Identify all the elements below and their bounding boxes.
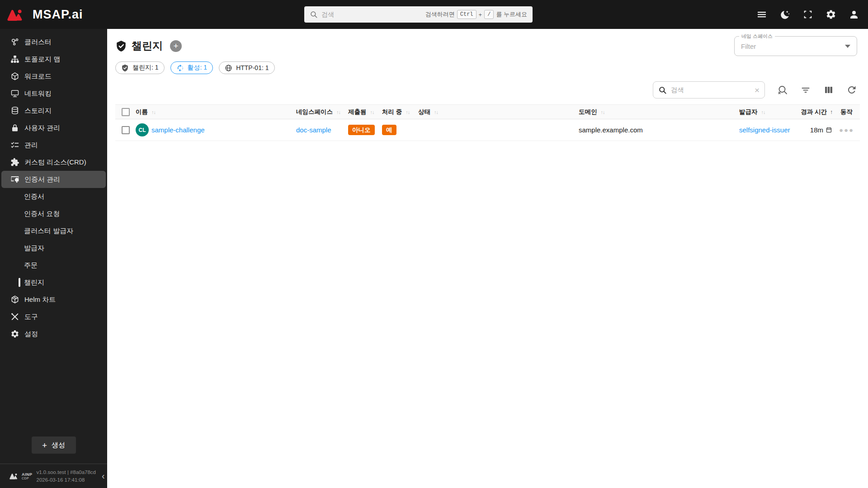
hint-plus: + (479, 11, 482, 18)
sidebar-item-custom-resources[interactable]: 커스텀 리소스(CRD) (0, 154, 107, 171)
sidebar-spacer (0, 343, 107, 436)
certificate-icon (10, 175, 19, 184)
table-header-row: 이름 ↑↓ 네임스페이스 ↑↓ 제출됨 ↑↓ 처리 중 ↑↓ 상태 ↑↓ 도메인… (115, 104, 860, 119)
global-search-input[interactable] (321, 11, 422, 18)
sidebar-subitem-orders[interactable]: 주문 (0, 257, 107, 274)
header-issuer[interactable]: 발급자 ↑↓ (739, 108, 793, 116)
row-checkbox[interactable] (122, 126, 130, 134)
namespace-link[interactable]: doc-sample (296, 126, 331, 134)
header-processing[interactable]: 처리 중 ↑↓ (382, 108, 418, 116)
namespace-filter-select[interactable]: 네임 스페이스 Filter (734, 36, 857, 56)
chip-label: 활성: 1 (188, 64, 208, 72)
main-content: 챌린지 + 네임 스페이스 Filter 챌린지: 1 활성: 1 HTTP-0… (107, 29, 868, 488)
search-icon (658, 86, 667, 94)
advanced-search-icon[interactable] (777, 84, 788, 95)
row-domain-cell: sample.example.com (579, 126, 739, 134)
global-search[interactable]: 검색하려면 Ctrl + / 를 누르세요 (304, 6, 533, 23)
filter-icon[interactable] (800, 84, 811, 95)
account-icon[interactable] (848, 9, 860, 20)
row-processing-cell: 예 (382, 125, 418, 136)
dark-mode-icon[interactable] (779, 9, 791, 20)
sidebar-item-label: 스토리지 (24, 107, 52, 115)
sidebar-item-topology-map[interactable]: 토폴로지 맵 (0, 51, 107, 68)
globe-icon (225, 64, 232, 72)
calendar-icon (826, 127, 832, 133)
gear-icon (10, 329, 19, 338)
issuer-link[interactable]: selfsigned-issuer (739, 126, 790, 134)
sidebar-subitem-issuers[interactable]: 발급자 (0, 239, 107, 257)
namespace-filter-value: Filter (741, 42, 845, 50)
search-shortcut-hint: 검색하려면 Ctrl + / 를 누르세요 (425, 10, 527, 19)
page-title: 챌린지 (132, 39, 163, 53)
header-domain[interactable]: 도메인 ↑↓ (579, 108, 739, 116)
sync-icon (176, 64, 184, 72)
sidebar-item-user-management[interactable]: 사용자 관리 (0, 119, 107, 136)
add-challenge-button[interactable]: + (170, 40, 182, 52)
sidebar-item-label: 사용자 관리 (24, 124, 60, 132)
monitor-icon (10, 89, 19, 98)
sidebar-item-management[interactable]: 관리 (0, 136, 107, 154)
sidebar: 클러스터 토폴로지 맵 워크로드 (0, 29, 107, 488)
processing-badge: 예 (382, 125, 396, 136)
chip-active-count[interactable]: 활성: 1 (170, 61, 213, 74)
sidebar-item-label: 설정 (24, 330, 38, 338)
sidebar-item-helm-charts[interactable]: Helm 차트 (0, 291, 107, 308)
lock-icon (10, 123, 19, 132)
header-presented[interactable]: 제출됨 ↑↓ (348, 108, 382, 116)
clear-search-icon[interactable]: × (755, 86, 760, 94)
create-button[interactable]: + 생성 (32, 436, 76, 454)
sidebar-item-certificate-management[interactable]: 인증서 관리 (1, 171, 106, 188)
challenge-name-link[interactable]: sample-challenge (151, 126, 205, 134)
sidebar-nav: 클러스터 토폴로지 맵 워크로드 (0, 29, 107, 343)
fullscreen-icon[interactable] (802, 9, 814, 20)
columns-icon[interactable] (823, 84, 834, 95)
header-namespace[interactable]: 네임스페이스 ↑↓ (296, 108, 348, 116)
database-icon (10, 106, 19, 115)
app-logo[interactable]: MSAP.ai (0, 7, 107, 22)
sidebar-item-settings[interactable]: 설정 (0, 325, 107, 343)
sidebar-footer: AINP CDP v1.0.soo.test | #8a0a78cd 2026-… (0, 464, 107, 488)
footer-brand-icon (9, 472, 20, 480)
header-state[interactable]: 상태 ↑↓ (418, 108, 579, 116)
settings-gear-icon[interactable] (825, 9, 837, 20)
sidebar-item-label: 토폴로지 맵 (24, 55, 60, 64)
challenges-table: 이름 ↑↓ 네임스페이스 ↑↓ 제출됨 ↑↓ 처리 중 ↑↓ 상태 ↑↓ 도메인… (115, 104, 860, 141)
sidebar-subitem-label: 인증서 요청 (24, 210, 60, 218)
footer-version: v1.0.soo.test | #8a0a78cd (37, 469, 96, 476)
sidebar-item-tools[interactable]: 도구 (0, 308, 107, 325)
sidebar-item-storage[interactable]: 스토리지 (0, 102, 107, 119)
footer-brand-line2: CDP (22, 477, 33, 480)
sidebar-item-label: 네트워킹 (24, 89, 52, 98)
select-all-checkbox[interactable] (122, 108, 130, 116)
sidebar-subitem-cluster-issuers[interactable]: 클러스터 발급자 (0, 222, 107, 239)
header-label: 처리 중 (382, 108, 402, 116)
chip-http01-count[interactable]: HTTP-01: 1 (219, 61, 274, 74)
sidebar-item-workloads[interactable]: 워크로드 (0, 68, 107, 85)
table-search[interactable]: × (653, 81, 765, 99)
sidebar-collapse-icon[interactable]: ‹ (100, 471, 107, 481)
menu-icon[interactable] (756, 9, 768, 20)
footer-brand-line1: AINP (22, 473, 33, 477)
table-row: CL sample-challenge doc-sample 아니오 예 sam… (115, 119, 860, 141)
sidebar-subitem-certificates[interactable]: 인증서 (0, 188, 107, 205)
row-name-cell: CL sample-challenge (136, 123, 296, 136)
sidebar-subitem-label: 챌린지 (24, 278, 44, 287)
header-label: 제출됨 (348, 108, 367, 116)
row-select-cell (115, 126, 136, 134)
sidebar-subitem-challenges[interactable]: 챌린지 (0, 274, 107, 291)
chip-challenges-count[interactable]: 챌린지: 1 (115, 61, 165, 74)
chip-label: 챌린지: 1 (132, 64, 159, 72)
table-search-input[interactable] (671, 86, 750, 94)
sidebar-item-label: 관리 (24, 141, 38, 150)
presented-badge: 아니오 (348, 125, 375, 136)
header-label: 발급자 (739, 108, 758, 116)
sidebar-subitem-certificate-requests[interactable]: 인증서 요청 (0, 205, 107, 222)
footer-timestamp: 2026-03-16 17:41:08 (37, 476, 96, 483)
sidebar-item-clusters[interactable]: 클러스터 (0, 33, 107, 51)
sidebar-item-networking[interactable]: 네트워킹 (0, 85, 107, 102)
header-age[interactable]: 경과 시간 ↑ (793, 108, 834, 116)
row-menu-icon[interactable]: ●●● (839, 126, 854, 134)
header-label: 도메인 (579, 108, 597, 116)
header-name[interactable]: 이름 ↑↓ (136, 108, 296, 116)
refresh-icon[interactable] (846, 84, 857, 95)
